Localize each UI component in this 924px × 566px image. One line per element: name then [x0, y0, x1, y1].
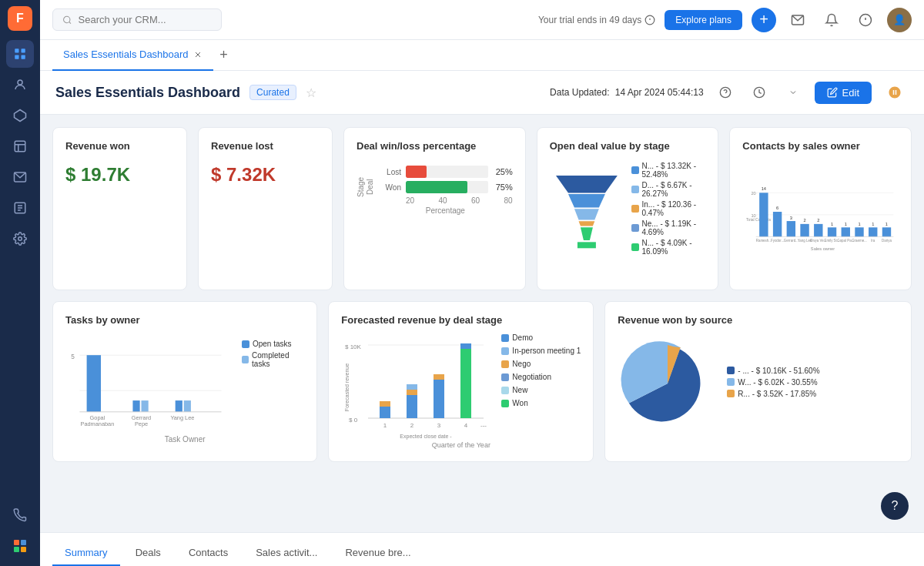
- tab-contacts[interactable]: Contacts: [176, 541, 240, 566]
- svg-text:1: 1: [859, 222, 861, 226]
- sidebar-item-contacts[interactable]: [6, 71, 34, 99]
- lost-pct: 25%: [496, 167, 513, 176]
- explore-plans-button[interactable]: Explore plans: [665, 10, 742, 30]
- svg-marker-5: [15, 110, 26, 122]
- won-pct: 75%: [496, 183, 513, 192]
- tasks-owner-title: Tasks by owner: [65, 314, 304, 326]
- tab-sales-activity[interactable]: Sales activit...: [243, 541, 330, 566]
- contacts-bar-chart: 20 10 Total Contacts 14 6: [742, 159, 899, 275]
- svg-point-4: [18, 80, 22, 85]
- lost-bar-track: [406, 166, 488, 178]
- edit-button[interactable]: Edit: [815, 82, 872, 104]
- svg-line-16: [69, 22, 71, 23]
- clock-icon-button[interactable]: [747, 80, 772, 105]
- search-input[interactable]: [79, 14, 212, 25]
- svg-point-14: [18, 237, 22, 241]
- search-box[interactable]: [52, 8, 222, 31]
- won-bar-fill: [406, 181, 467, 193]
- svg-rect-97: [434, 374, 444, 380]
- curated-badge: Curated: [249, 85, 296, 100]
- help-icon-button[interactable]: [713, 80, 738, 105]
- data-updated: Data Updated: 14 Apr 2024 05:44:13: [550, 87, 704, 98]
- svg-rect-34: [578, 242, 596, 248]
- svg-rect-93: [407, 395, 417, 418]
- x-axis-title: Percentage: [378, 206, 513, 215]
- mail-icon-button[interactable]: [785, 8, 810, 32]
- sidebar-item-deals[interactable]: [6, 102, 34, 129]
- sidebar-item-home[interactable]: [6, 40, 34, 68]
- sidebar-item-phone[interactable]: [6, 501, 34, 529]
- user-avatar[interactable]: 👤: [887, 8, 912, 32]
- tab-deals[interactable]: Deals: [123, 541, 173, 566]
- svg-rect-0: [15, 49, 18, 52]
- svg-text:Expected close date -: Expected close date -: [400, 434, 453, 440]
- svg-text:1: 1: [383, 422, 387, 429]
- bell-icon-button[interactable]: [853, 8, 878, 32]
- svg-rect-48: [814, 224, 822, 236]
- svg-rect-96: [434, 380, 444, 418]
- svg-rect-44: [787, 221, 795, 236]
- svg-text:Ramesh...: Ramesh...: [756, 239, 772, 243]
- add-button[interactable]: +: [752, 8, 776, 32]
- svg-marker-31: [574, 209, 599, 219]
- help-button[interactable]: ?: [881, 492, 909, 520]
- svg-text:Forecasted revenue: Forecasted revenue: [344, 363, 350, 411]
- open-deal-title: Open deal value by stage: [550, 140, 706, 152]
- lost-bar-fill: [406, 166, 427, 178]
- svg-rect-46: [801, 224, 809, 236]
- tab-summary[interactable]: Summary: [52, 541, 120, 566]
- svg-text:14: 14: [762, 186, 766, 191]
- forecast-widget: Forecasted revenue by deal stage $ 10K $…: [328, 301, 594, 462]
- sidebar-item-reports[interactable]: [6, 132, 34, 160]
- svg-text:$ 10K: $ 10K: [345, 343, 362, 350]
- info-icon: [644, 15, 655, 25]
- svg-rect-40: [760, 193, 768, 236]
- svg-text:Pepe: Pepe: [135, 420, 148, 427]
- trial-notice: Your trial ends in 49 days: [538, 15, 655, 25]
- svg-point-15: [64, 16, 70, 22]
- sidebar-item-tasks[interactable]: [6, 194, 34, 222]
- chevron-down-icon[interactable]: [781, 80, 805, 105]
- revenue-lost-widget: Revenue lost $ 7.32K: [198, 127, 333, 290]
- svg-rect-79: [184, 400, 191, 412]
- sidebar: F: [0, 0, 40, 566]
- svg-text:Gerrard...: Gerrard...: [784, 239, 798, 243]
- svg-text:Ira: Ira: [871, 239, 875, 243]
- revenue-lost-amount: $ 7.32K: [211, 164, 320, 186]
- open-deal-widget: Open deal value by stage: [537, 127, 719, 290]
- svg-rect-42: [773, 212, 782, 236]
- svg-rect-1: [22, 49, 25, 52]
- svg-text:4: 4: [464, 422, 468, 429]
- svg-text:3: 3: [790, 216, 792, 220]
- tasks-x-title: Task Owner: [65, 435, 304, 444]
- add-tab-button[interactable]: +: [213, 45, 235, 66]
- funnel-chart: [550, 159, 624, 260]
- svg-marker-29: [556, 176, 618, 193]
- tabbar: Sales Essentials Dashboard +: [40, 40, 924, 71]
- svg-rect-91: [380, 407, 390, 418]
- notification-icon-button[interactable]: [819, 8, 844, 32]
- svg-rect-95: [407, 384, 417, 390]
- svg-rect-78: [176, 400, 182, 412]
- sidebar-item-settings[interactable]: [6, 225, 34, 253]
- svg-rect-94: [407, 390, 417, 395]
- forecast-title: Forecasted revenue by deal stage: [341, 314, 581, 326]
- svg-rect-2: [15, 55, 18, 59]
- tab-revenue-breakdown[interactable]: Revenue bre...: [333, 541, 423, 566]
- dashboard-tab[interactable]: Sales Essentials Dashboard: [52, 40, 213, 71]
- contacts-owner-title: Contacts by sales owner: [742, 140, 899, 152]
- svg-text:Fyodor...: Fyodor...: [771, 239, 784, 243]
- tab-close-icon[interactable]: [193, 50, 203, 59]
- sidebar-item-email[interactable]: [6, 163, 34, 191]
- sidebar-item-apps[interactable]: [6, 532, 34, 560]
- app-logo[interactable]: F: [8, 6, 32, 31]
- filter-icon-button[interactable]: [881, 79, 909, 106]
- lost-label: Lost: [378, 168, 401, 176]
- svg-text:Padmanaban: Padmanaban: [81, 420, 115, 427]
- svg-rect-50: [828, 227, 836, 236]
- dashboard-content: Revenue won $ 19.7K Revenue lost $ 7.32K…: [40, 115, 924, 532]
- funnel-legend: N... - $ 13.32K - 52.48% D... - $ 6.67K …: [631, 162, 706, 258]
- revenue-source-widget: Revenue won by source: [604, 301, 912, 462]
- svg-text:Dariya: Dariya: [882, 239, 892, 243]
- star-icon[interactable]: ☆: [306, 85, 316, 100]
